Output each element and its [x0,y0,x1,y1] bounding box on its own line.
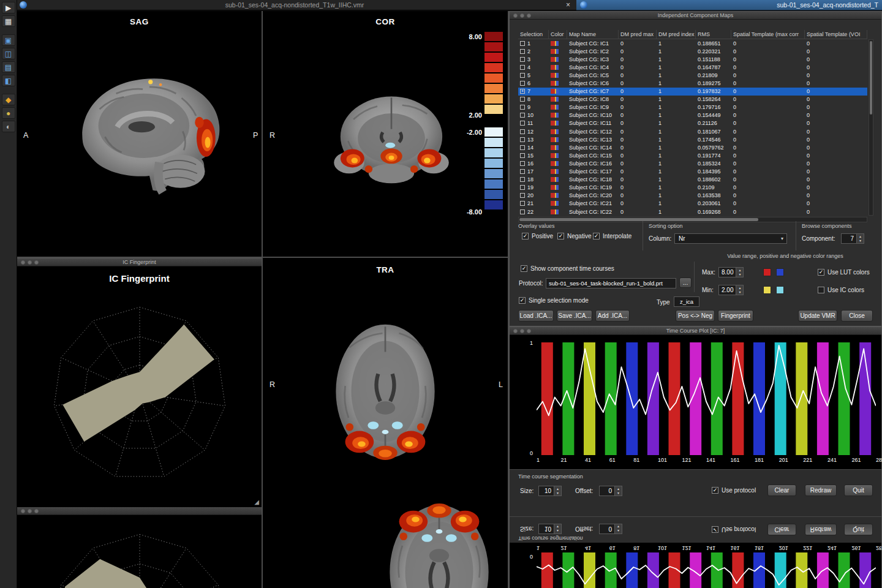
redraw-button[interactable]: Redraw [805,484,837,496]
row-checkbox[interactable] [520,145,525,150]
icm-table-body[interactable]: 1Subject CG: IC1010.188651002Subject CG:… [518,39,867,216]
spinner-down-icon[interactable] [857,239,864,244]
negative-color-swatch-2[interactable] [776,286,784,294]
row-checkbox[interactable] [520,209,525,214]
tc-titlebar[interactable]: Time Course Plot [IC: 7] [510,327,881,335]
negative-checkbox[interactable] [557,233,564,239]
time-course-plot[interactable] [537,342,876,455]
use-ic-option[interactable]: Use IC colors [818,287,864,293]
add-ica-button[interactable]: Add .ICA... [595,310,630,322]
table-row[interactable]: 12Subject CG: IC12010.18106700 [518,127,867,135]
palette-icon[interactable]: ● [2,107,15,119]
table-row[interactable]: 18Subject CG: IC18010.18860200 [518,176,867,184]
row-checkbox[interactable] [520,73,525,78]
spinner-down-icon[interactable] [615,491,622,496]
contrast-icon[interactable]: ◐ [2,121,15,132]
use-protocol-option[interactable]: Use protocol [712,487,756,494]
show-time-courses-option[interactable]: Show component time courses [521,265,614,272]
positive-color-swatch[interactable] [763,268,771,276]
fingerprint-window[interactable]: IC Fingerprint IC Fingerprint [17,258,262,507]
max-spinner[interactable]: 8.00 [718,267,744,277]
quit-button[interactable]: Quit [844,484,873,496]
spinner-down-icon[interactable] [554,491,561,496]
spinner-up-icon[interactable] [736,268,743,273]
fingerprint-button[interactable]: Fingerprint [718,310,753,322]
row-checkbox[interactable] [520,201,525,206]
negative-option[interactable]: Negative [557,233,591,239]
load-ica-button[interactable]: Load .ICA... [518,310,554,322]
protocol-field[interactable]: sub-01_ses-04_task-blocked_run-1_bold.pr… [546,278,676,288]
time-course-window[interactable]: Time Course Plot [IC: 7] 1 0 12141618110… [509,326,882,516]
vscroll-handle[interactable] [870,41,872,115]
protocol-browse-button[interactable]: ... [679,277,692,288]
size-spinner[interactable]: 10 [538,486,562,496]
interpolate-checkbox[interactable] [593,233,600,239]
row-checkbox[interactable] [520,105,525,110]
clear-button[interactable]: Clear [767,484,796,496]
icm-window-dots[interactable] [513,13,531,18]
column-header[interactable]: Spatial Template (max corr [731,30,805,39]
table-row[interactable]: 11Subject CG: IC11010.2112600 [518,119,867,127]
table-row[interactable]: 13Subject CG: IC13010.17454600 [518,135,867,143]
positive-checkbox[interactable] [522,233,529,239]
table-row[interactable]: 4Subject CG: IC4010.16478700 [518,63,867,71]
table-row[interactable]: 15Subject CG: IC15010.19177400 [518,151,867,159]
resize-grip-icon[interactable] [254,499,259,505]
close-icon[interactable] [562,1,574,9]
update-vmr-button[interactable]: Update VMR [798,310,837,322]
use-ic-checkbox[interactable] [818,287,824,293]
column-header[interactable]: Spatial Template (VOI [805,30,867,39]
row-checkbox[interactable] [520,65,525,70]
volume-view-icon[interactable]: ▤ [2,61,15,73]
table-row[interactable]: 10Subject CG: IC10010.15444900 [518,111,867,119]
row-checkbox[interactable] [520,81,525,86]
fingerprint-titlebar-2[interactable] [17,507,262,515]
positive-option[interactable]: Positive [522,233,553,239]
use-lut-checkbox[interactable] [818,269,824,276]
row-checkbox[interactable]: + [520,89,525,94]
positive-color-swatch-2[interactable] [776,268,784,276]
sort-column-dropdown[interactable]: Nr [674,233,787,244]
row-checkbox[interactable] [520,49,525,54]
table-row[interactable]: +7Subject CG: IC7010.19783200 [518,88,867,96]
spinner-up-icon[interactable] [736,285,743,290]
table-row[interactable]: 3Subject CG: IC3010.15118800 [518,55,867,63]
tc-window-dots[interactable] [513,329,531,333]
table-row[interactable]: 5Subject CG: IC5010.2180900 [518,71,867,79]
spinner-down-icon[interactable] [736,273,743,277]
column-header[interactable]: Map Name [567,30,619,39]
column-header[interactable]: DM pred index [657,30,696,39]
coronal-view[interactable]: COR R 8.00 2.00 -2.00 -8.00 [263,11,508,257]
view-3d-icon[interactable]: ▣ [2,34,15,46]
table-row[interactable]: 19Subject CG: IC19010.210900 [518,184,867,192]
sagittal-view[interactable]: SAG A P [17,11,262,257]
tra-brain-image[interactable] [371,489,508,588]
table-row[interactable]: 20Subject CG: IC20010.16353800 [518,192,867,200]
spinner-up-icon[interactable] [857,234,864,239]
table-row[interactable]: 1Subject CG: IC1010.18865100 [518,39,867,47]
close-button[interactable]: Close [841,310,873,322]
fingerprint-window-2[interactable] [17,507,262,588]
icm-dialog[interactable]: Independent Component Maps SelectionColo… [509,11,882,326]
row-checkbox[interactable] [520,193,525,198]
fingerprint-titlebar[interactable]: IC Fingerprint [17,258,262,266]
table-row[interactable]: 22Subject CG: IC22010.16926800 [518,208,867,216]
column-header[interactable]: RMS [696,30,731,39]
row-checkbox[interactable] [520,113,525,118]
use-protocol-checkbox[interactable] [712,487,718,494]
offset-spinner[interactable]: 0 [599,486,622,496]
table-horizontal-scrollbar[interactable] [518,217,867,222]
row-checkbox[interactable] [520,153,525,158]
type-value-box[interactable]: z_ica [674,296,699,307]
window-control-dots[interactable] [21,260,39,265]
spinner-up-icon[interactable] [554,486,561,491]
row-checkbox[interactable] [520,57,525,62]
save-ica-button[interactable]: Save .ICA... [557,310,592,322]
table-row[interactable]: 16Subject CG: IC16010.18532400 [518,159,867,167]
mesh-view-icon[interactable]: ◧ [2,75,15,86]
cor-brain-image[interactable] [321,86,462,207]
single-selection-checkbox[interactable] [519,297,526,304]
interpolate-option[interactable]: Interpolate [593,233,631,239]
table-row[interactable]: 9Subject CG: IC9010.17971600 [518,104,867,111]
use-lut-option[interactable]: Use LUT colors [818,269,870,276]
